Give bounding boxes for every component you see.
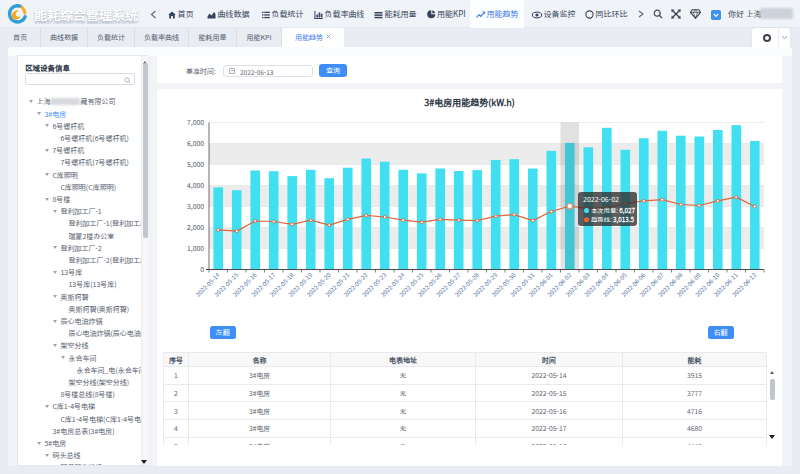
svg-text:趋势线: 3,013.5: 趋势线: 3,013.5 — [591, 215, 635, 224]
svg-text:2022-06-02: 2022-06-02 — [583, 194, 619, 204]
svg-text:5,000: 5,000 — [187, 159, 204, 169]
svg-text:本次用量: 6,027: 本次用量: 6,027 — [591, 206, 636, 215]
svg-text:6,000: 6,000 — [187, 138, 204, 148]
svg-text:1,000: 1,000 — [187, 243, 204, 253]
svg-text:3,000: 3,000 — [187, 201, 204, 211]
svg-text:4,000: 4,000 — [187, 180, 204, 190]
svg-text:2,000: 2,000 — [187, 222, 204, 232]
svg-text:0: 0 — [200, 264, 204, 274]
svg-text:7,000: 7,000 — [187, 117, 204, 127]
